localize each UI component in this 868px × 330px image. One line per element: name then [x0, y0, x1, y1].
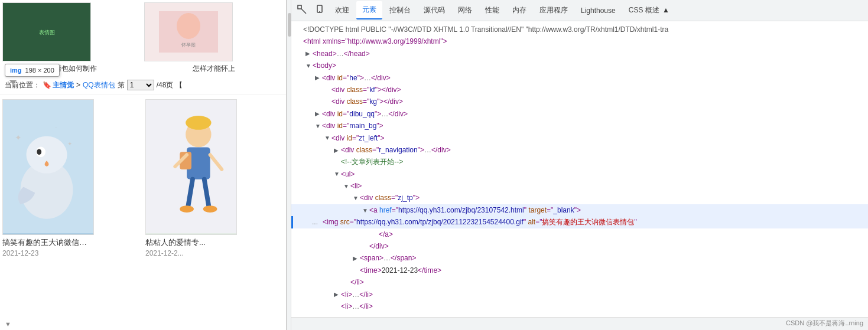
tab-application[interactable]: 应用程序: [534, 2, 574, 19]
tab-inspect[interactable]: [294, 2, 310, 18]
triangle-dibu[interactable]: [315, 109, 322, 119]
svg-text:✦: ✦: [67, 141, 72, 147]
code-line-ul[interactable]: <ul>: [291, 168, 868, 180]
breadcrumb-total: /48页 【: [157, 80, 183, 90]
tab-memory[interactable]: 内存: [506, 2, 532, 19]
triangle-li[interactable]: [343, 181, 350, 191]
image-title-2: 怎样才能怀上: [144, 64, 284, 74]
code-line-a-link[interactable]: <a href="https://qq.yh31.com/zjbq/231075…: [291, 204, 868, 216]
triangle-li2[interactable]: [334, 289, 341, 299]
code-line-div-rnav[interactable]: <div class="r_navigation">…</div>: [291, 144, 868, 156]
tab-lighthouse[interactable]: Lighthouse: [575, 3, 622, 18]
svg-text:表情图: 表情图: [39, 30, 55, 35]
triangle-a[interactable]: [362, 205, 369, 215]
css-profile-icon: ▲: [662, 6, 669, 14]
code-line-time: <time>2021-12-23</time>: [291, 264, 868, 276]
left-watermark: ▼: [5, 321, 11, 328]
inspect-icon: [297, 5, 307, 14]
code-line-li[interactable]: <li>: [291, 180, 868, 192]
triangle-zt[interactable]: [324, 133, 331, 143]
bottom-image-title-1: 搞笑有趣的王大讷微信表情: [2, 237, 94, 248]
breadcrumb-separator: >: [76, 81, 80, 89]
code-line-close-a: </a>: [291, 228, 868, 240]
html-tag: <html xmlns="http://www.w3.org/1999/xhtm…: [303, 35, 447, 47]
triangle-span[interactable]: [353, 253, 360, 263]
devtools-tabs-bar: 欢迎 元素 控制台 源代码 网络 性能 内存 应用程序 Lighthouse C…: [291, 0, 868, 21]
tab-device[interactable]: [311, 2, 328, 18]
devtools-bottom-bar: CSDN @我不是蒋海..rning: [291, 317, 868, 330]
triangle-zjtp[interactable]: [353, 193, 360, 203]
code-line-div-dibu[interactable]: <div id="dibu_qq">…</div>: [291, 108, 868, 120]
svg-point-9: [37, 149, 41, 155]
tooltip-tag: img: [10, 67, 22, 74]
duck-svg: ✦ ✦ ·: [3, 99, 93, 234]
image-placeholder-1: 表情图: [2, 2, 91, 61]
doctype-text: <!DOCTYPE html PUBLIC "-//W3C//DTD XHTML…: [303, 24, 668, 35]
stick-figure-svg: [146, 99, 236, 234]
triangle-div-he[interactable]: [315, 73, 322, 83]
code-line-div-zjtp[interactable]: <div class="zj_tp">: [291, 192, 868, 204]
bottom-watermark: CSDN @我不是蒋海..rning: [786, 319, 863, 328]
svg-text:✦: ✦: [15, 133, 22, 142]
bottom-images-row: ✦ ✦ · 搞笑有趣的王大讷微信表情 2021-12-23: [0, 97, 286, 257]
tab-sources[interactable]: 源代码: [418, 2, 451, 19]
triangle-main[interactable]: [315, 121, 322, 131]
bottom-image-date-1: 2021-12-23: [2, 249, 141, 257]
svg-rect-25: [317, 5, 322, 12]
devtools-panel: 欢迎 元素 控制台 源代码 网络 性能 内存 应用程序 Lighthouse C…: [291, 0, 868, 330]
tooltip-arrow: [9, 80, 17, 84]
svg-point-22: [180, 205, 194, 213]
body-tag: <body>: [313, 60, 336, 71]
triangle-body[interactable]: [305, 61, 313, 71]
tab-network[interactable]: 网络: [452, 2, 478, 19]
triangle-rnav[interactable]: [334, 145, 341, 155]
image-card-2: 怀孕图 怎样才能怀上: [144, 2, 284, 74]
triangle-ul[interactable]: [334, 169, 341, 179]
image-thumbnail-1: 表情图: [17, 11, 76, 53]
svg-point-15: [186, 116, 211, 130]
tab-console[interactable]: 控制台: [383, 2, 417, 19]
code-line-li2[interactable]: <li>…</li>: [291, 289, 868, 300]
tab-performance[interactable]: 性能: [479, 2, 505, 19]
image-card-1: 表情图 表情包如何制作: [2, 2, 142, 74]
tab-elements[interactable]: 元素: [356, 1, 382, 19]
ellipsis-indicator: ...: [312, 216, 318, 228]
code-line-span[interactable]: <span>…</span>: [291, 252, 868, 264]
devtools-code-content[interactable]: <!DOCTYPE html PUBLIC "-//W3C//DTD XHTML…: [291, 21, 868, 317]
code-line-close-div: </div>: [291, 240, 868, 252]
code-line-html: <html xmlns="http://www.w3.org/1999/xhtm…: [291, 35, 868, 47]
tab-welcome[interactable]: 欢迎: [329, 2, 355, 19]
code-line-close-li: </li>: [291, 276, 868, 288]
code-line-div-main[interactable]: <div id="main_bg">: [291, 120, 868, 132]
breadcrumb-link2[interactable]: QQ表情包: [83, 80, 115, 90]
bottom-image-2: [145, 99, 237, 235]
code-line-div-kg: <div class="kg"></div>: [291, 96, 868, 107]
tab-css[interactable]: CSS 概述 ▲: [623, 2, 675, 19]
svg-text:怀孕图: 怀孕图: [181, 43, 196, 48]
bottom-image-card-1: ✦ ✦ · 搞笑有趣的王大讷微信表情 2021-12-23: [2, 99, 141, 257]
element-tooltip: img 198 × 200: [5, 64, 60, 77]
breadcrumb-link1[interactable]: 主情觉: [53, 80, 74, 90]
bottom-image-title-2: 粘粘人的爱情专...: [145, 237, 237, 248]
left-scrollbar[interactable]: [287, 0, 291, 330]
page-select[interactable]: 1 2 3: [127, 80, 154, 90]
bottom-image-1: ✦ ✦ ·: [2, 99, 94, 235]
breadcrumb-page-label: 第: [118, 80, 125, 90]
svg-rect-24: [298, 5, 301, 9]
triangle-head[interactable]: [305, 48, 313, 58]
breadcrumb-bar: 当前位置： 🔖 主情觉 > QQ表情包 第 1 2 3 /48页 【: [0, 76, 286, 94]
left-panel: 表情图 表情包如何制作 怀孕图 怎样才能怀上 当前位置： 🔖 主情觉 > QQ表…: [0, 0, 287, 330]
code-line-body[interactable]: <body>: [291, 60, 868, 71]
code-line-img: ... <img src="https://qq.yh31.com/tp/zjb…: [291, 216, 868, 228]
svg-point-7: [26, 136, 67, 174]
code-line-comment: <!--文章列表开始-->: [291, 156, 868, 168]
comment-text: <!--文章列表开始-->: [341, 156, 403, 168]
code-line-head[interactable]: <head>…</head>: [291, 48, 868, 60]
code-line-div-kf: <div class="kf"></div>: [291, 84, 868, 96]
code-line-div-zt[interactable]: <div id="zt_left">: [291, 132, 868, 144]
code-line-div-he[interactable]: <div id="he">…</div>: [291, 72, 868, 84]
tooltip-size: 198 × 200: [25, 67, 54, 74]
image-thumbnail-2: 怀孕图: [159, 11, 218, 53]
code-line-li3[interactable]: <li>…</li>: [291, 300, 868, 312]
device-icon: [315, 5, 324, 14]
